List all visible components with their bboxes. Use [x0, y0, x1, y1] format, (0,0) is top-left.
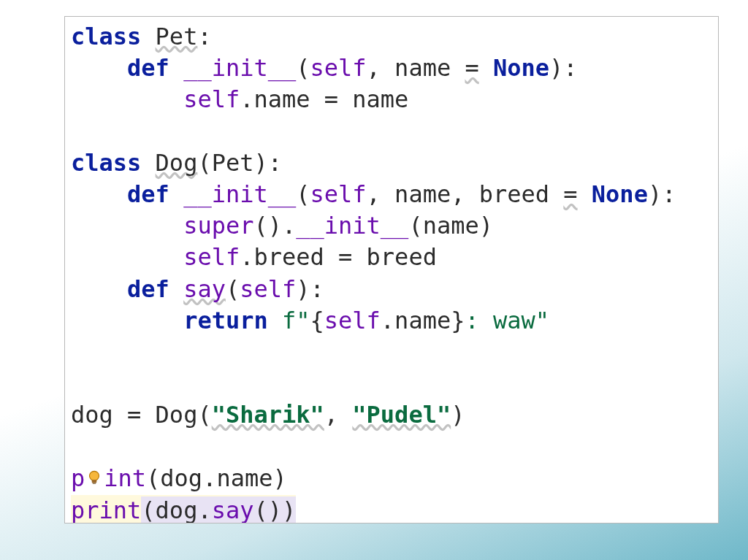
- line-7: super().__init__(name): [71, 212, 493, 239]
- line-5: class Dog(Pet):: [71, 149, 282, 177]
- line-13: dog = Dog("Sharik", "Pudel"): [71, 401, 465, 429]
- line-9: def say(self):: [71, 275, 324, 303]
- line-10: return f"{self.name}: waw": [71, 307, 549, 334]
- lightbulb-icon[interactable]: [85, 464, 104, 495]
- code-block: class Pet: def __init__(self, name = Non…: [71, 21, 718, 523]
- line-2: def __init__(self, name = None):: [71, 54, 578, 82]
- svg-point-0: [90, 471, 99, 480]
- line-16-highlighted: print(dog.say()): [71, 495, 296, 523]
- line-15: pint(dog.name): [71, 464, 287, 492]
- line-1: class Pet:: [71, 23, 212, 50]
- line-8: self.breed = breed: [71, 243, 437, 271]
- svg-rect-1: [92, 480, 97, 483]
- line-6: def __init__(self, name, breed = None):: [71, 180, 676, 208]
- line-3: self.name = name: [71, 85, 408, 113]
- code-editor-box: class Pet: def __init__(self, name = Non…: [64, 16, 719, 523]
